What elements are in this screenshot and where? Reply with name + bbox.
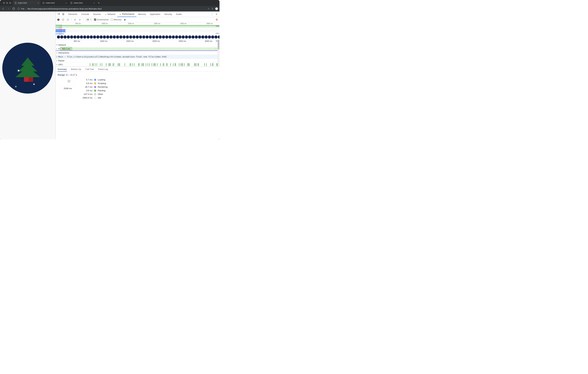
screenshot-thumb[interactable] <box>57 35 60 39</box>
screenshot-thumb[interactable] <box>178 35 181 39</box>
devtools-tab-performance[interactable]: ▲Performance <box>117 11 136 17</box>
browser-tab[interactable]: index.html× <box>41 0 69 6</box>
browser-tab[interactable]: index.html× <box>13 0 41 6</box>
screenshot-thumb[interactable] <box>159 35 162 39</box>
screenshot-thumb[interactable] <box>198 35 201 39</box>
screenshot-thumb[interactable] <box>132 35 136 39</box>
browser-tab[interactable]: index.html× <box>69 0 96 6</box>
inspect-element-icon[interactable] <box>58 13 60 16</box>
timeline-network-row[interactable]: Network <box>56 43 220 47</box>
screenshot-thumb[interactable] <box>73 35 76 39</box>
screenshot-thumb[interactable] <box>77 35 80 39</box>
minimize-window-dot[interactable] <box>6 2 8 4</box>
device-toolbar-icon[interactable] <box>62 13 64 16</box>
star-icon[interactable]: ☆ <box>208 7 210 10</box>
screenshot-thumb[interactable] <box>106 35 109 39</box>
screenshot-thumb[interactable] <box>201 35 204 39</box>
url-field[interactable]: i File | file:///Users/alyssanicoll/Desk… <box>17 8 205 10</box>
screenshot-thumb[interactable] <box>214 35 218 39</box>
timeline-main-row[interactable]: Main — file:///Users/alyssanicoll/Deskto… <box>56 55 220 59</box>
screenshots-checkbox[interactable]: Screenshots <box>94 18 109 21</box>
timeline-interactions-row[interactable]: Interactions <box>56 51 220 55</box>
screenshot-thumb[interactable] <box>191 35 195 39</box>
screenshot-thumb[interactable] <box>208 35 211 39</box>
load-profile-icon[interactable] <box>74 18 76 21</box>
screenshot-thumb[interactable] <box>119 35 122 39</box>
devtools-tab-memory[interactable]: Memory <box>136 11 148 17</box>
overview-strip[interactable]: 500 ms 1000 ms 1500 ms 2000 ms 2500 ms 3… <box>56 22 220 35</box>
screenshot-thumb[interactable] <box>185 35 188 39</box>
extensions-icon[interactable]: ⠿ <box>212 8 213 10</box>
garbage-collect-icon[interactable] <box>123 18 126 21</box>
screenshot-thumb[interactable] <box>218 35 220 39</box>
record-button[interactable] <box>57 19 60 21</box>
screenshot-thumb[interactable] <box>146 35 149 39</box>
screenshot-thumb[interactable] <box>70 35 73 39</box>
screenshot-thumb[interactable] <box>103 35 106 39</box>
devtools-tab-network[interactable]: ▲Network <box>103 11 117 17</box>
devtools-tab-sources[interactable]: Sources <box>91 11 103 17</box>
screenshot-thumb[interactable] <box>83 35 86 39</box>
screenshot-thumb[interactable] <box>113 35 116 39</box>
close-tab-icon[interactable]: × <box>93 2 95 4</box>
screenshot-thumb[interactable] <box>100 35 103 39</box>
screenshot-thumb[interactable] <box>67 35 70 39</box>
devtools-tab-security[interactable]: Security <box>162 11 174 17</box>
devtools-tab-elements[interactable]: Elements <box>66 11 79 17</box>
screenshot-thumb[interactable] <box>129 35 132 39</box>
screenshot-thumb[interactable] <box>90 35 93 39</box>
screenshot-thumb[interactable] <box>123 35 126 39</box>
flamegraph-area[interactable]: 500 ms 1000 ms 1500 ms 2000 ms 2500 ms 3… <box>56 40 220 67</box>
screenshot-thumb[interactable] <box>168 35 172 39</box>
detail-tab-event-log[interactable]: Event Log <box>98 68 108 70</box>
screenshot-thumb[interactable] <box>116 35 119 39</box>
screenshot-thumb[interactable] <box>63 35 67 39</box>
screenshot-thumb[interactable] <box>139 35 142 39</box>
timeline-frames-row[interactable]: Frames 583.2 ms <box>56 47 220 51</box>
close-tab-icon[interactable]: × <box>38 2 39 4</box>
screenshot-thumb[interactable] <box>188 35 191 39</box>
screenshot-thumb[interactable] <box>142 35 145 39</box>
screenshot-thumb[interactable] <box>175 35 178 39</box>
devtools-tab-console[interactable]: Console <box>79 11 91 17</box>
screenshot-thumb[interactable] <box>80 35 83 39</box>
settings-gear-icon[interactable]: ⚙ <box>216 18 218 21</box>
selected-frame[interactable]: 583.2 ms <box>60 47 72 51</box>
detail-tab-call-tree[interactable]: Call Tree <box>85 68 94 70</box>
timeline-scrollbar[interactable] <box>218 40 220 67</box>
close-tab-icon[interactable]: × <box>65 2 67 4</box>
screenshot-thumb[interactable] <box>149 35 152 39</box>
screenshot-thumb[interactable] <box>136 35 139 39</box>
screenshot-thumb[interactable] <box>86 35 90 39</box>
screenshot-thumb[interactable] <box>109 35 113 39</box>
screenshot-thumb[interactable] <box>126 35 129 39</box>
clear-button[interactable] <box>66 18 69 21</box>
devtools-menu-icon[interactable]: ⋮ <box>211 13 213 16</box>
save-profile-icon[interactable] <box>78 18 81 21</box>
screenshot-thumb[interactable] <box>152 35 155 39</box>
screenshot-thumb[interactable] <box>195 35 198 39</box>
recording-select[interactable]: #9 <box>85 18 92 21</box>
screenshot-thumb[interactable] <box>96 35 99 39</box>
screenshot-thumb[interactable] <box>211 35 214 39</box>
reload-record-button[interactable] <box>62 18 64 21</box>
screenshot-thumb[interactable] <box>60 35 63 39</box>
screenshot-thumb[interactable] <box>165 35 168 39</box>
screenshot-strip[interactable] <box>56 35 220 40</box>
profile-avatar[interactable] <box>215 7 218 10</box>
forward-icon[interactable] <box>7 7 10 10</box>
screenshot-thumb[interactable] <box>93 35 96 39</box>
new-tab-button[interactable]: + <box>96 1 101 5</box>
close-window-dot[interactable] <box>3 2 5 4</box>
screenshot-thumb[interactable] <box>205 35 208 39</box>
devtools-tab-audits[interactable]: Audits <box>174 11 184 17</box>
zoom-window-dot[interactable] <box>9 2 11 4</box>
timeline-gpu-row[interactable]: GPU <box>56 63 220 67</box>
reload-icon[interactable] <box>12 7 15 10</box>
window-controls[interactable] <box>1 2 13 4</box>
devtools-close-icon[interactable]: ✕ <box>216 13 218 16</box>
memory-checkbox[interactable]: Memory <box>111 18 121 21</box>
screenshot-thumb[interactable] <box>172 35 175 39</box>
screenshot-thumb[interactable] <box>155 35 158 39</box>
back-icon[interactable] <box>2 7 5 10</box>
